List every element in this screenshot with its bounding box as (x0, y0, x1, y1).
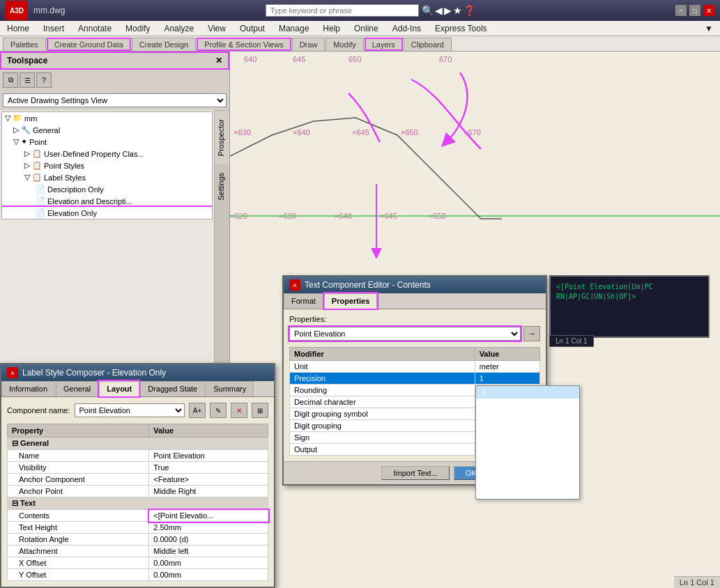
tree-expand-general: ▷ (13, 125, 19, 134)
prop-contents[interactable]: Contents <[Point Elevatio... (8, 510, 268, 522)
composer-dialog-title[interactable]: A Label Style Composer - Elevation Only (1, 364, 274, 381)
tree-item-udpc[interactable]: ▷ 📋 User-Defined Property Clas... (2, 148, 212, 160)
composer-tab-information[interactable]: Information (1, 381, 55, 396)
row-precision[interactable]: Precision 1 1 0.1 0.01 0.001 0.0001 0.00… (290, 373, 540, 385)
precision-option-00001[interactable]: 0.0001 (476, 436, 579, 449)
prop-x-offset[interactable]: X Offset 0.00mm (8, 557, 268, 569)
row-unit[interactable]: Unit meter (290, 361, 540, 373)
prop-text-height[interactable]: Text Height 2.50mm (8, 522, 268, 534)
prop-visibility[interactable]: Visibility True (8, 462, 268, 474)
properties-dropdown[interactable]: Point Elevation (289, 327, 521, 341)
tab-create-ground-data[interactable]: Create Ground Data (47, 38, 131, 51)
prospector-tab[interactable]: Prospector (215, 110, 229, 164)
tree-item-desc-only[interactable]: 📄 Description Only (2, 183, 212, 195)
tab-create-design[interactable]: Create Design (132, 38, 196, 51)
tree-item-general[interactable]: ▷ 🔧 General (2, 124, 212, 136)
panel-btn-list[interactable]: ☰ (20, 72, 35, 88)
properties-dropdown-row: Point Elevation → (289, 326, 540, 341)
tab-modify[interactable]: Modify (325, 38, 363, 51)
cursor-position: Ln 1 Col 1 (680, 578, 714, 587)
section-general: ⊟ General (8, 438, 268, 450)
prop-rotation[interactable]: Rotation Angle 0.0000 (d) (8, 534, 268, 546)
menu-modify[interactable]: Modify (118, 22, 157, 35)
tree-item-elev-only[interactable]: 📄 Elevation Only (2, 207, 212, 219)
close-button[interactable]: ✕ (703, 5, 714, 16)
prop-anchor-point[interactable]: Anchor Point Middle Right (8, 486, 268, 497)
toolspace-close-icon[interactable]: ✕ (215, 56, 222, 65)
ls-icon: 📋 (32, 173, 42, 182)
property-table: Property Value ⊟ General Name Point Elev… (7, 424, 268, 581)
prop-y-offset[interactable]: Y Offset 0.00mm (8, 569, 268, 581)
edit-component-btn[interactable]: ✎ (210, 403, 227, 418)
editor-dialog-title[interactable]: A Text Component Editor - Contents (284, 277, 546, 293)
search-icon[interactable]: 🔍 (422, 5, 434, 16)
precision-option-00000001[interactable]: 0.0000001 (476, 474, 579, 486)
menu-addins[interactable]: Add-Ins (385, 22, 428, 35)
menu-expresstools[interactable]: Express Tools (428, 22, 493, 35)
prop-anchor-component[interactable]: Anchor Component <Feature> (8, 474, 268, 486)
tab-profile-section-views[interactable]: Profile & Section Views (197, 38, 291, 51)
panel-btn-copy[interactable]: ⧉ (3, 72, 18, 88)
search-input[interactable] (266, 4, 419, 17)
menu-analyze[interactable]: Analyze (157, 22, 201, 35)
tree-root-mm[interactable]: ▽ 📁 mm (2, 112, 212, 124)
add-component-btn[interactable]: A+ (189, 403, 206, 418)
star-icon[interactable]: ★ (453, 5, 462, 16)
menu-help[interactable]: Help (316, 22, 347, 35)
composer-tab-dragged[interactable]: Dragged State (140, 381, 205, 396)
precision-option-0000001[interactable]: 0.000001 (476, 461, 579, 474)
more-component-btn[interactable]: ⊞ (252, 403, 268, 418)
editor-tab-properties[interactable]: Properties (324, 293, 377, 309)
panel-controls: ⧉ ☰ ? (0, 70, 229, 91)
arrow-btn[interactable]: → (523, 326, 540, 341)
precision-option-0001[interactable]: 0.001 (476, 424, 579, 436)
maximize-button[interactable]: □ (689, 5, 700, 16)
composer-tab-layout[interactable]: Layout (99, 381, 139, 396)
tree-item-label-styles[interactable]: ▽ 📋 Label Styles (2, 171, 212, 183)
nav-back-icon[interactable]: ◀ (435, 5, 443, 16)
prop-name[interactable]: Name Point Elevation (8, 450, 268, 462)
col-value: Value (149, 424, 268, 438)
menu-annotate[interactable]: Annotate (71, 22, 118, 35)
tab-palettes[interactable]: Palettes (3, 38, 46, 51)
tree-label-ps: Point Styles (44, 162, 84, 170)
precision-dropdown[interactable]: 1 0.1 0.01 0.001 0.0001 0.00001 0.000001… (475, 385, 580, 500)
prop-attachment[interactable]: Attachment Middle left (8, 546, 268, 557)
settings-side-tab[interactable]: Settings (215, 164, 229, 209)
editor-tab-format[interactable]: Format (284, 293, 323, 309)
composer-tab-summary[interactable]: Summary (206, 381, 254, 396)
composer-tab-general[interactable]: General (56, 381, 98, 396)
precision-option-000000001[interactable]: 0.00000001 (476, 486, 579, 499)
precision-option-000001[interactable]: 0.00001 (476, 449, 579, 461)
tab-clipboard[interactable]: Clipboard (404, 38, 452, 51)
view-dropdown[interactable]: Active Drawing Settings View (3, 93, 227, 107)
menu-manage[interactable]: Manage (272, 22, 316, 35)
menu-output[interactable]: Output (233, 22, 272, 35)
tab-draw[interactable]: Draw (292, 38, 325, 51)
ps-icon: 📋 (32, 161, 42, 170)
menu-online[interactable]: Online (347, 22, 385, 35)
grid-num-640b: ×640 (293, 128, 310, 137)
import-text-btn[interactable]: Import Text... (381, 466, 449, 480)
minimize-button[interactable]: − (675, 5, 687, 16)
tree-item-point-styles[interactable]: ▷ 📋 Point Styles (2, 160, 212, 171)
menu-view[interactable]: View (201, 22, 233, 35)
menu-insert[interactable]: Insert (36, 22, 71, 35)
precision-option-001[interactable]: 0.01 (476, 411, 579, 424)
ribbon-tabs: Palettes Create Ground Data Create Desig… (0, 36, 720, 52)
precision-option-1[interactable]: 1 (476, 386, 579, 399)
nav-fwd-icon[interactable]: ▶ (444, 5, 452, 16)
delete-component-btn[interactable]: ✕ (231, 403, 247, 418)
component-name-dropdown[interactable]: Point Elevation (75, 403, 185, 417)
menu-extra[interactable]: ▼ (698, 22, 720, 35)
tree-item-point[interactable]: ▽ ✦ Point (2, 136, 212, 148)
tab-layers[interactable]: Layers (365, 38, 403, 51)
component-name-row: Component name: Point Elevation A+ ✎ ✕ ⊞ (7, 403, 268, 418)
precision-option-01[interactable]: 0.1 (476, 399, 579, 411)
composer-title-icon: A (7, 367, 18, 378)
menu-home[interactable]: Home (0, 22, 36, 35)
composer-content: Component name: Point Elevation A+ ✎ ✕ ⊞… (1, 397, 274, 587)
panel-btn-help[interactable]: ? (36, 72, 52, 88)
help-icon[interactable]: ❓ (464, 5, 475, 16)
tree-item-elev-desc[interactable]: 📄 Elevation and Descripti... (2, 195, 212, 207)
